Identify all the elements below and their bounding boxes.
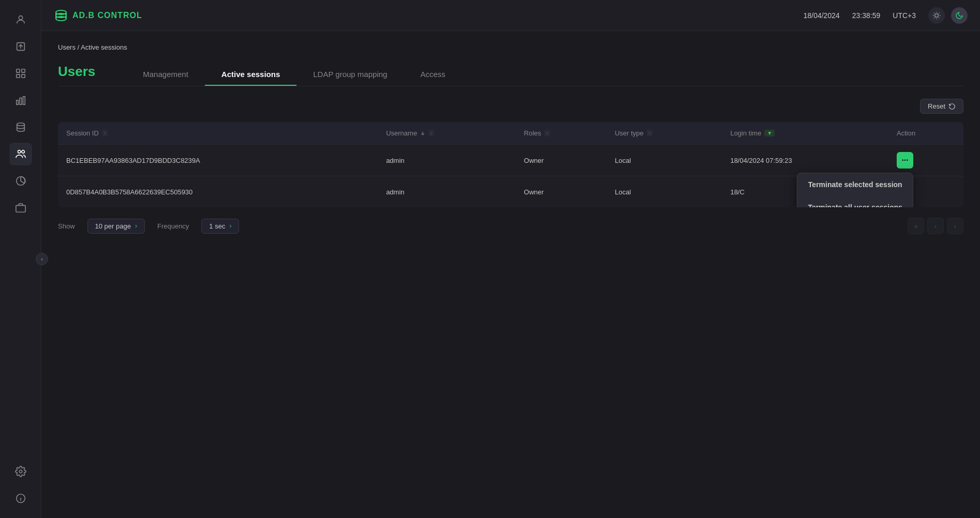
svg-point-15 xyxy=(19,470,22,473)
cell-username: admin xyxy=(378,145,515,176)
svg-rect-5 xyxy=(16,74,19,78)
svg-point-12 xyxy=(21,150,24,154)
theme-toggle-light[interactable] xyxy=(928,7,945,24)
col-roles-label: Roles xyxy=(524,129,541,137)
svg-point-10 xyxy=(17,123,24,126)
reset-button[interactable]: Reset xyxy=(920,99,963,114)
row-action-button[interactable]: ··· Terminate selected session Terminate… xyxy=(897,152,913,169)
table-row: BC1EBEB97AA93863AD17D9BDD3C8239A admin O… xyxy=(58,145,963,176)
reset-label: Reset xyxy=(928,102,945,110)
frequency-select[interactable]: 1 sec › xyxy=(201,219,239,234)
per-page-select[interactable]: 10 per page › xyxy=(87,219,145,234)
breadcrumb: Users / Active sessions xyxy=(58,43,963,51)
col-roles-sort[interactable]: › xyxy=(544,130,550,136)
col-username[interactable]: Username › xyxy=(378,122,515,145)
main-content: AD.B CONTROL 18/04/2024 23:38:59 UTC+3 xyxy=(41,0,980,518)
header-right: 18/04/2024 23:38:59 UTC+3 xyxy=(804,7,968,24)
tab-access[interactable]: Access xyxy=(404,64,462,86)
sidebar: › xyxy=(0,0,41,518)
show-label: Show xyxy=(58,222,75,230)
col-username-label: Username xyxy=(386,129,417,137)
cell-username: admin xyxy=(378,176,515,208)
cell-roles: Owner xyxy=(516,145,607,176)
header-timezone: UTC+3 xyxy=(893,11,916,20)
col-session-id-sort[interactable]: › xyxy=(102,130,108,136)
sessions-table: Session ID › Username › xyxy=(58,122,963,207)
breadcrumb-current: Active sessions xyxy=(81,43,127,51)
header-icons xyxy=(928,7,968,24)
sidebar-item-export[interactable] xyxy=(9,35,32,58)
sidebar-item-users[interactable] xyxy=(9,143,32,165)
col-user-type-label: User type xyxy=(615,129,644,137)
col-action-label: Action xyxy=(897,129,915,137)
cell-user-type: Local xyxy=(606,145,722,176)
logo: AD.B CONTROL xyxy=(54,8,142,23)
terminate-selected-item[interactable]: Terminate selected session xyxy=(797,173,913,196)
page-title: Users xyxy=(58,64,95,86)
svg-rect-7 xyxy=(16,100,18,104)
cell-roles: Owner xyxy=(516,176,607,208)
cell-action: ··· Terminate selected session Terminate… xyxy=(888,145,963,176)
svg-point-11 xyxy=(18,150,21,154)
svg-point-24 xyxy=(935,13,939,17)
sidebar-item-reports[interactable] xyxy=(9,170,32,192)
sidebar-expand-button[interactable]: › xyxy=(36,253,48,265)
pagination-prev[interactable]: ‹ xyxy=(927,218,944,234)
svg-line-31 xyxy=(934,18,934,18)
sidebar-item-analytics[interactable] xyxy=(9,89,32,112)
svg-rect-3 xyxy=(16,69,19,72)
svg-point-0 xyxy=(19,16,22,20)
breadcrumb-parent[interactable]: Users xyxy=(58,43,76,51)
svg-line-27 xyxy=(934,12,934,13)
logo-brand: AD.B xyxy=(72,11,95,20)
sidebar-item-info[interactable] xyxy=(9,487,32,510)
svg-rect-4 xyxy=(21,69,24,72)
cell-user-type: Local xyxy=(606,176,722,208)
username-sort-icon xyxy=(420,131,425,136)
sidebar-item-jobs[interactable] xyxy=(9,196,32,219)
tabs: Management Active sessions LDAP group ma… xyxy=(126,64,963,86)
col-roles[interactable]: Roles › xyxy=(516,122,607,145)
svg-line-32 xyxy=(939,12,939,13)
col-login-time[interactable]: Login time ▼ xyxy=(722,122,888,145)
frequency-value: 1 sec xyxy=(209,222,225,230)
header: AD.B CONTROL 18/04/2024 23:38:59 UTC+3 xyxy=(41,0,980,31)
footer-left: Show 10 per page › Frequency 1 sec › xyxy=(58,219,239,234)
tab-management[interactable]: Management xyxy=(126,64,205,86)
col-user-type[interactable]: User type › xyxy=(606,122,722,145)
terminate-all-item[interactable]: Terminate all user sessions xyxy=(797,196,913,207)
col-session-id-label: Session ID xyxy=(66,129,99,137)
theme-toggle-dark[interactable] xyxy=(951,7,968,24)
content-area: Users / Active sessions Users Management… xyxy=(41,31,980,518)
col-username-sort[interactable]: › xyxy=(428,130,434,136)
table-area: Reset Session ID › xyxy=(58,99,963,234)
table-toolbar: Reset xyxy=(58,99,963,114)
frequency-arrow: › xyxy=(229,222,231,230)
tab-ldap-group-mapping[interactable]: LDAP group mapping xyxy=(296,64,404,86)
svg-line-28 xyxy=(939,18,939,18)
cell-session-id: 0D857B4A0B3B5758A6622639EC505930 xyxy=(58,176,378,208)
pagination-first[interactable]: « xyxy=(908,218,924,234)
sidebar-item-dashboard[interactable] xyxy=(9,62,32,85)
col-session-id[interactable]: Session ID › xyxy=(58,122,378,145)
sidebar-item-database[interactable] xyxy=(9,116,32,139)
header-date: 18/04/2024 xyxy=(804,11,840,20)
table-footer: Show 10 per page › Frequency 1 sec › « ‹… xyxy=(58,218,963,234)
col-action: Action xyxy=(888,122,963,145)
col-login-time-filter[interactable]: ▼ xyxy=(764,130,775,136)
logo-product: CONTROL xyxy=(95,11,142,20)
sidebar-item-user[interactable] xyxy=(9,8,32,31)
svg-rect-14 xyxy=(16,205,25,212)
sidebar-item-settings[interactable] xyxy=(9,460,32,483)
table-body: BC1EBEB97AA93863AD17D9BDD3C8239A admin O… xyxy=(58,145,963,208)
logo-text: AD.B CONTROL xyxy=(72,11,142,20)
tab-active-sessions[interactable]: Active sessions xyxy=(205,64,296,86)
per-page-arrow: › xyxy=(135,222,137,230)
action-dropdown: Terminate selected session Terminate all… xyxy=(797,173,913,207)
col-user-type-sort[interactable]: › xyxy=(647,130,652,136)
col-login-time-label: Login time xyxy=(730,129,761,137)
header-time: 23:38:59 xyxy=(852,11,881,20)
per-page-value: 10 per page xyxy=(95,222,131,230)
pagination-next[interactable]: › xyxy=(947,218,963,234)
cell-session-id: BC1EBEB97AA93863AD17D9BDD3C8239A xyxy=(58,145,378,176)
